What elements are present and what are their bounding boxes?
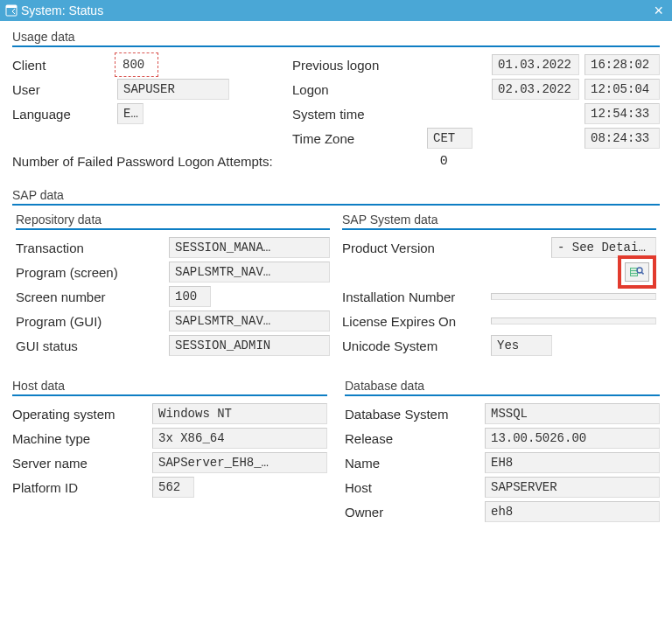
machine-type-label: Machine type bbox=[12, 431, 152, 446]
transaction-value: SESSION_MANA… bbox=[169, 237, 330, 258]
database-system-label: Database System bbox=[345, 407, 485, 422]
time-zone-value: CET bbox=[427, 128, 472, 149]
program-gui-value: SAPLSMTR_NAV… bbox=[169, 311, 330, 331]
language-value: EN bbox=[117, 103, 144, 124]
server-name-label: Server name bbox=[12, 456, 152, 471]
magnifier-table-icon bbox=[630, 266, 644, 278]
repository-data-title: Repository data bbox=[16, 211, 330, 228]
operating-system-label: Operating system bbox=[12, 407, 152, 422]
logon-time: 12:05:04 bbox=[584, 79, 660, 100]
unicode-system-value: Yes bbox=[491, 335, 552, 356]
db-name-value: EH8 bbox=[485, 452, 660, 473]
usage-data-title: Usage data bbox=[12, 28, 660, 45]
host-data-title: Host data bbox=[12, 377, 327, 394]
close-icon[interactable]: × bbox=[650, 0, 667, 21]
screen-number-label: Screen number bbox=[16, 290, 169, 304]
time-zone-label: Time Zone bbox=[292, 131, 424, 146]
divider bbox=[12, 394, 327, 396]
divider bbox=[16, 228, 330, 230]
client-label: Client bbox=[12, 58, 117, 73]
release-label: Release bbox=[345, 431, 485, 446]
failed-attempts-value: 0 bbox=[273, 154, 448, 169]
platform-id-label: Platform ID bbox=[12, 480, 152, 495]
transaction-label: Transaction bbox=[16, 241, 169, 255]
server-name-value: SAPServer_EH8_… bbox=[152, 452, 327, 473]
db-owner-value: eh8 bbox=[485, 501, 660, 522]
logon-date: 02.03.2022 bbox=[492, 79, 579, 100]
svg-rect-1 bbox=[6, 5, 17, 8]
sap-data-title: SAP data bbox=[12, 186, 660, 204]
window-icon bbox=[5, 4, 18, 17]
unicode-system-label: Unicode System bbox=[342, 338, 491, 353]
sap-system-data-title: SAP System data bbox=[342, 211, 656, 228]
divider bbox=[342, 228, 656, 230]
window-titlebar: System: Status × bbox=[0, 0, 672, 21]
time-zone-time: 08:24:33 bbox=[584, 128, 660, 149]
program-screen-label: Program (screen) bbox=[16, 265, 169, 280]
operating-system-value: Windows NT bbox=[152, 403, 327, 424]
user-label: User bbox=[12, 82, 117, 97]
sap-system-data-group: SAP System data Product Version - See De… bbox=[339, 211, 660, 361]
system-time-label: System time bbox=[292, 107, 424, 122]
divider bbox=[12, 204, 660, 206]
db-name-label: Name bbox=[345, 456, 485, 471]
user-value: SAPUSER bbox=[117, 79, 229, 100]
previous-logon-time: 16:28:02 bbox=[584, 54, 660, 75]
detail-button-highlight bbox=[618, 255, 656, 289]
client-value: 800 bbox=[117, 55, 156, 74]
system-time-value: 12:54:33 bbox=[584, 103, 660, 124]
db-host-value: SAPSERVER bbox=[485, 477, 660, 498]
installation-number-label: Installation Number bbox=[342, 290, 491, 304]
sap-data-group: SAP data Repository data Transaction SES… bbox=[7, 186, 665, 366]
program-gui-label: Program (GUI) bbox=[16, 314, 169, 329]
previous-logon-label: Previous logon bbox=[292, 58, 424, 73]
database-data-title: Database data bbox=[345, 377, 660, 394]
license-expires-value bbox=[491, 317, 656, 324]
logon-label: Logon bbox=[292, 82, 424, 97]
repository-data-group: Repository data Transaction SESSION_MANA… bbox=[12, 211, 333, 361]
platform-id-value: 562 bbox=[152, 477, 194, 498]
db-owner-label: Owner bbox=[345, 505, 485, 520]
divider bbox=[345, 394, 660, 396]
divider bbox=[12, 45, 660, 47]
usage-data-group: Usage data Client 800 User SAPUSER Langu… bbox=[7, 28, 665, 176]
db-host-label: Host bbox=[345, 480, 485, 495]
release-value: 13.00.5026.00 bbox=[485, 428, 660, 449]
product-version-label: Product Version bbox=[342, 241, 491, 255]
window-title: System: Status bbox=[21, 0, 103, 21]
svg-line-6 bbox=[641, 272, 644, 275]
machine-type-value: 3x X86_64 bbox=[152, 428, 327, 449]
database-system-value: MSSQL bbox=[485, 403, 660, 424]
gui-status-value: SESSION_ADMIN bbox=[169, 335, 330, 356]
failed-attempts-label: Number of Failed Password Logon Attempts… bbox=[12, 154, 273, 169]
host-data-group: Host data Operating system Windows NT Ma… bbox=[7, 377, 332, 529]
previous-logon-date: 01.03.2022 bbox=[492, 54, 579, 75]
program-screen-value: SAPLSMTR_NAV… bbox=[169, 262, 330, 283]
svg-rect-2 bbox=[631, 269, 638, 276]
installation-number-value bbox=[491, 293, 656, 300]
language-label: Language bbox=[12, 107, 117, 122]
screen-number-value: 100 bbox=[169, 286, 211, 307]
gui-status-label: GUI status bbox=[16, 338, 169, 353]
magnifier-detail-button[interactable] bbox=[625, 262, 649, 282]
database-data-group: Database data Database System MSSQL Rele… bbox=[340, 377, 665, 529]
license-expires-label: License Expires On bbox=[342, 314, 491, 329]
